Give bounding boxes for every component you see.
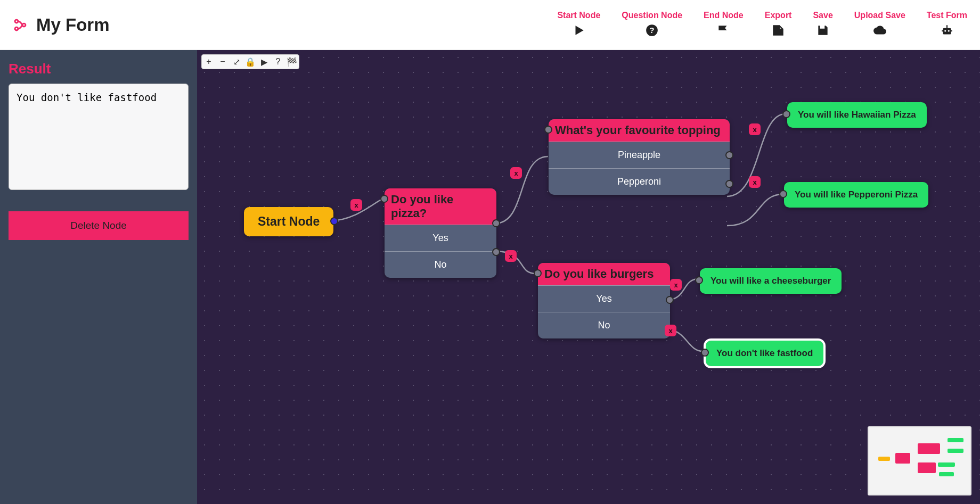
port-out-burgers-yes[interactable] xyxy=(666,296,674,304)
port-in-burgers[interactable] xyxy=(534,269,542,277)
action-label: Start Node xyxy=(557,11,600,20)
robot-icon xyxy=(940,23,954,39)
finish-button[interactable]: 🏁 xyxy=(285,55,299,69)
delete-node-button[interactable]: Delete Node xyxy=(9,211,189,240)
action-upload-save[interactable]: Upload Save xyxy=(854,11,905,39)
end-node-label: You will like Pepperoni Pizza xyxy=(795,189,918,200)
delete-connection-button[interactable]: x xyxy=(350,199,362,211)
minimap-q3 xyxy=(918,462,936,473)
minimap-e4 xyxy=(939,472,954,476)
action-end-node[interactable]: End Node xyxy=(704,11,744,39)
start-node[interactable]: Start Node xyxy=(244,207,333,236)
fit-button[interactable]: ⤢ xyxy=(230,55,243,69)
play-button[interactable]: ▶ xyxy=(257,55,271,69)
question-option-yes[interactable]: Yes xyxy=(385,225,496,251)
port-out-start[interactable] xyxy=(330,217,338,225)
delete-connection-button[interactable]: x xyxy=(510,167,522,179)
result-textarea[interactable] xyxy=(9,84,189,190)
port-in-end-hawaiian[interactable] xyxy=(782,110,790,118)
header: My Form Start Node Question Node ? End N… xyxy=(0,0,980,50)
minimap-start xyxy=(878,457,890,461)
action-question-node[interactable]: Question Node ? xyxy=(622,11,682,39)
delete-connection-button[interactable]: x xyxy=(749,123,761,135)
end-node-hawaiian[interactable]: You will like Hawaiian Pizza xyxy=(787,102,927,128)
minimap-e2 xyxy=(948,449,963,453)
question-option-yes[interactable]: Yes xyxy=(538,285,670,312)
question-option-pineapple[interactable]: Pineapple xyxy=(549,142,730,168)
port-out-pizza-yes[interactable] xyxy=(492,219,500,227)
port-in-end-nofast[interactable] xyxy=(701,349,709,357)
svg-point-2 xyxy=(22,23,26,27)
question-title: Do you like burgers xyxy=(538,263,670,285)
question-option-no[interactable]: No xyxy=(385,251,496,278)
end-node-label: You will like Hawaiian Pizza xyxy=(798,110,916,120)
delete-connection-button[interactable]: x xyxy=(665,325,676,336)
svg-point-1 xyxy=(15,27,18,30)
question-node-burgers[interactable]: Do you like burgers Yes No xyxy=(538,263,670,338)
action-label: Upload Save xyxy=(854,11,905,20)
delete-connection-button[interactable]: x xyxy=(749,176,761,188)
minimap[interactable] xyxy=(868,426,971,495)
port-out-topping-pepperoni[interactable] xyxy=(725,180,733,188)
form-title: My Form xyxy=(36,15,110,35)
question-node-pizza[interactable]: Do you like pizza? Yes No xyxy=(385,188,496,278)
action-save[interactable]: Save xyxy=(813,11,832,39)
svg-point-6 xyxy=(944,30,946,31)
brand: My Form xyxy=(13,15,110,35)
port-out-topping-pineapple[interactable] xyxy=(725,151,733,159)
cloud-up-icon xyxy=(873,23,887,39)
action-label: End Node xyxy=(704,11,744,20)
end-node-nofastfood[interactable]: You don't like fastfood xyxy=(706,341,823,366)
zoom-in-button[interactable]: + xyxy=(202,55,216,69)
end-node-pepperoni[interactable]: You will like Pepperoni Pizza xyxy=(784,182,928,208)
result-heading: Result xyxy=(9,61,189,77)
lock-button[interactable]: 🔒 xyxy=(243,55,257,69)
end-node-cheeseburger[interactable]: You will like a cheeseburger xyxy=(700,268,842,294)
question-title: Do you like pizza? xyxy=(385,188,496,225)
flag-icon xyxy=(716,23,730,39)
action-label: Export xyxy=(765,11,792,20)
delete-connection-button[interactable]: x xyxy=(670,279,682,291)
port-out-pizza-no[interactable] xyxy=(492,248,500,256)
question-title: What's your favourite topping xyxy=(549,119,730,142)
svg-point-7 xyxy=(948,30,950,31)
action-test-form[interactable]: Test Form xyxy=(927,11,967,39)
minimap-e1 xyxy=(948,438,963,442)
canvas-toolbar: + − ⤢ 🔒 ▶ ? 🏁 xyxy=(201,54,299,69)
sidebar: Result Delete Node xyxy=(0,50,197,504)
delete-connection-button[interactable]: x xyxy=(505,250,517,262)
main: Result Delete Node + − ⤢ 🔒 ▶ ? 🏁 Start xyxy=(0,50,980,504)
minimap-e3 xyxy=(938,462,955,467)
minimap-q1 xyxy=(895,453,910,464)
end-node-label: You will like a cheeseburger xyxy=(710,276,831,286)
port-in-pizza[interactable] xyxy=(380,195,388,203)
canvas[interactable]: + − ⤢ 🔒 ▶ ? 🏁 Start Node Do you like piz… xyxy=(197,50,980,504)
port-in-topping[interactable] xyxy=(544,126,552,134)
zoom-out-button[interactable]: − xyxy=(216,55,230,69)
action-start-node[interactable]: Start Node xyxy=(557,11,600,39)
action-export[interactable]: Export xyxy=(765,11,792,39)
port-in-end-cheese[interactable] xyxy=(695,276,703,284)
svg-rect-5 xyxy=(943,28,951,34)
end-node-label: You don't like fastfood xyxy=(716,348,813,358)
svg-point-0 xyxy=(15,20,18,23)
question-node-topping[interactable]: What's your favourite topping Pineapple … xyxy=(549,119,730,195)
help-button[interactable]: ? xyxy=(271,55,285,69)
action-label: Question Node xyxy=(622,11,682,20)
port-in-end-pepperoni xyxy=(779,190,787,198)
play-icon xyxy=(572,23,586,39)
action-label: Save xyxy=(813,11,832,20)
minimap-q2 xyxy=(918,443,940,454)
question-icon: ? xyxy=(645,23,659,39)
question-option-pepperoni[interactable]: Pepperoni xyxy=(549,168,730,195)
question-option-no[interactable]: No xyxy=(538,312,670,338)
svg-text:?: ? xyxy=(650,26,655,35)
save-icon xyxy=(816,23,830,39)
header-actions: Start Node Question Node ? End Node Expo… xyxy=(557,11,967,39)
start-node-label: Start Node xyxy=(258,214,320,228)
branch-icon xyxy=(13,18,28,32)
action-label: Test Form xyxy=(927,11,967,20)
export-icon xyxy=(771,23,785,39)
